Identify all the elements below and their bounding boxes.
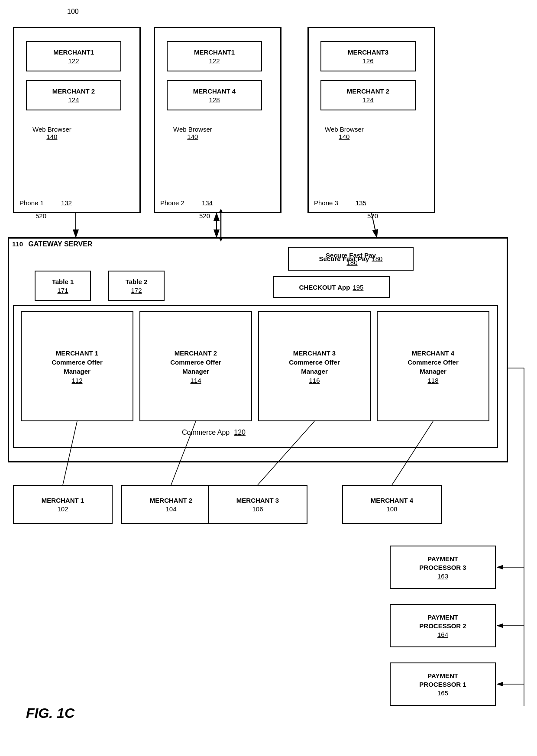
offer-manager-1-title: MERCHANT 1Commerce OfferManager <box>52 349 103 376</box>
offer-manager-3-number: 116 <box>309 377 320 384</box>
offer-manager-2-title: MERCHANT 2Commerce OfferManager <box>170 349 221 376</box>
pp3-title: PAYMENTPROCESSOR 3 <box>419 555 466 572</box>
merchant4-number: 108 <box>386 505 397 513</box>
phone2-number: 134 <box>202 199 213 207</box>
phone1-merchant2-box: MERCHANT 2 124 <box>26 80 121 110</box>
phone3-label: Phone 3 <box>314 199 338 207</box>
offer-manager-3-title: MERCHANT 3Commerce OfferManager <box>289 349 340 376</box>
merchant1-box: MERCHANT 1 102 <box>13 485 113 524</box>
phone2-merchant1-title: MERCHANT1 <box>194 48 235 57</box>
table1-number: 171 <box>57 287 68 294</box>
checkout-app-box: CHECKOUT App 195 <box>273 276 390 298</box>
pp1-number: 165 <box>437 689 448 697</box>
secure-fast-pay-number: 180 <box>346 259 357 266</box>
gateway-number: 110 <box>12 240 23 248</box>
commerce-app-text: Commerce App <box>182 429 230 436</box>
phone1-merchant1-box: MERCHANT1 122 <box>26 41 121 71</box>
offer-manager-4-number: 118 <box>427 377 438 384</box>
merchant2-title: MERCHANT 2 <box>150 496 192 505</box>
merchant2-box: MERCHANT 2 104 <box>121 485 221 524</box>
offer-manager-2-number: 114 <box>190 377 201 384</box>
offer-manager-1-number: 112 <box>71 377 82 384</box>
phone3-merchant3-box: MERCHANT3 126 <box>320 41 416 71</box>
phone1-merchant2-number: 124 <box>68 96 79 103</box>
phone3-merchant2-box: MERCHANT 2 124 <box>320 80 416 110</box>
commerce-app-label-area: Commerce App 120 <box>182 429 246 436</box>
phone1-browser-label: Web Browser 140 <box>32 126 71 140</box>
table2-title: Table 2 <box>126 278 148 286</box>
merchant3-number: 106 <box>252 505 263 513</box>
pp3-number: 163 <box>437 572 448 580</box>
phone3-browser-label: Web Browser 140 <box>325 126 364 140</box>
pp1-box: PAYMENTPROCESSOR 1 165 <box>390 662 496 706</box>
table1-box: Table 1 171 <box>35 271 91 301</box>
phone3-merchant3-number: 126 <box>362 57 373 65</box>
merchant1-title: MERCHANT 1 <box>42 496 84 505</box>
phone3-label-area: Phone 3 135 <box>314 199 366 207</box>
merchant2-number: 104 <box>165 505 176 513</box>
secure-fast-pay-label: Secure Fast Pay <box>326 252 376 259</box>
commerce-app-number: 120 <box>234 429 246 436</box>
phone1-merchant2-title: MERCHANT 2 <box>52 87 95 96</box>
table2-number: 172 <box>131 287 142 294</box>
conn-520-1: 520 <box>36 212 46 220</box>
gateway-label-area: 110 GATEWAY SERVER <box>12 240 92 248</box>
phone3-merchant3-title: MERCHANT3 <box>348 48 388 57</box>
phone1-merchant1-title: MERCHANT1 <box>53 48 94 57</box>
merchant3-title: MERCHANT 3 <box>236 496 279 505</box>
conn-520-3: 520 <box>367 212 378 220</box>
offer-manager-4-box: MERCHANT 4Commerce OfferManager 118 <box>377 311 489 421</box>
phone3-merchant2-number: 124 <box>362 96 373 103</box>
ref-100-label: 100 <box>67 8 79 16</box>
table1-title: Table 1 <box>52 278 74 286</box>
phone2-merchant1-box: MERCHANT1 122 <box>167 41 262 71</box>
checkout-app-label: CHECKOUT App <box>299 284 350 291</box>
offer-manager-1-box: MERCHANT 1Commerce OfferManager 112 <box>21 311 133 421</box>
merchant1-number: 102 <box>57 505 68 513</box>
pp1-title: PAYMENTPROCESSOR 1 <box>419 672 466 688</box>
diagram-container: 100 Phone 1 132 MERCHANT1 122 MERCHANT 2… <box>0 0 537 756</box>
gateway-title: GATEWAY SERVER <box>28 240 92 248</box>
pp2-box: PAYMENTPROCESSOR 2 164 <box>390 604 496 647</box>
offer-manager-3-box: MERCHANT 3Commerce OfferManager 116 <box>258 311 371 421</box>
phone1-label: Phone 1 <box>19 199 44 207</box>
phone2-merchant4-number: 128 <box>209 96 220 103</box>
secure-fast-pay-box: Secure Fast Pay 180 <box>288 247 414 271</box>
merchant4-title: MERCHANT 4 <box>371 496 413 505</box>
offer-manager-4-title: MERCHANT 4Commerce OfferManager <box>408 349 459 376</box>
phone2-merchant4-title: MERCHANT 4 <box>193 87 236 96</box>
phone1-merchant1-number: 122 <box>68 57 79 65</box>
phone2-browser-label: Web Browser 140 <box>173 126 212 140</box>
pp3-box: PAYMENTPROCESSOR 3 163 <box>390 546 496 589</box>
fig-label: FIG. 1C <box>26 705 74 721</box>
checkout-app-number: 195 <box>353 284 363 291</box>
phone2-merchant1-number: 122 <box>209 57 220 65</box>
phone1-number: 132 <box>61 199 72 207</box>
merchant3-box: MERCHANT 3 106 <box>208 485 307 524</box>
phone3-number: 135 <box>356 199 366 207</box>
conn-520-2: 520 <box>199 212 210 220</box>
offer-manager-2-box: MERCHANT 2Commerce OfferManager 114 <box>139 311 252 421</box>
phone3-merchant2-title: MERCHANT 2 <box>347 87 389 96</box>
table2-box: Table 2 172 <box>108 271 165 301</box>
pp2-title: PAYMENTPROCESSOR 2 <box>419 613 466 630</box>
phone1-label-area: Phone 1 132 <box>19 199 72 207</box>
phone2-label: Phone 2 <box>160 199 184 207</box>
merchant4-box: MERCHANT 4 108 <box>342 485 442 524</box>
pp2-number: 164 <box>437 631 448 638</box>
phone2-merchant4-box: MERCHANT 4 128 <box>167 80 262 110</box>
phone2-label-area: Phone 2 134 <box>160 199 213 207</box>
